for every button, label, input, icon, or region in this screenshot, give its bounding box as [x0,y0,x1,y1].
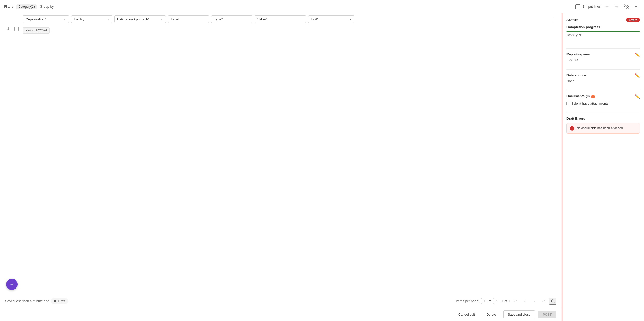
svg-line-2 [554,302,554,303]
items-per-page-select[interactable]: 10 ▼ [481,298,494,304]
no-attachments-checkbox[interactable] [566,102,570,105]
first-page-button[interactable]: ⇄ [512,298,519,305]
data-source-section: Data source ✏️ None [566,73,640,83]
progress-bar-bg [566,31,640,32]
draft-errors-title: Draft Errors [566,117,640,120]
pagination-info: 1 – 1 of 1 [496,299,510,303]
completion-section: Completion progress 100 % (1/1) [566,25,640,41]
documents-edit-button[interactable]: ✏️ [635,94,640,99]
value-col-header[interactable]: Value* [255,15,306,23]
documents-section: Documents (0) ! ✏️ I don't have attachme… [566,94,640,105]
estimation-col-label: Estimation Approach* [117,17,149,21]
progress-text: 100 % (1/1) [566,34,640,37]
search-button[interactable] [549,298,556,305]
org-chevron-icon: ▼ [64,18,66,21]
per-page-value: 10 [484,299,487,303]
next-page-button[interactable]: › [531,298,538,305]
no-attachments-label: I don't have attachments [572,102,608,105]
svg-point-1 [551,300,554,302]
group-by-button[interactable]: Group by [40,5,54,9]
draft-label: Draft [58,299,65,303]
facility-col-label: Facility [74,17,84,21]
unit-chevron-icon: ▼ [349,18,352,21]
estimation-col-header[interactable]: Estimation Approach* ▼ [114,15,166,23]
documents-warning-icon: ! [591,95,595,98]
reporting-year-value: FY2024 [566,58,640,62]
label-col-label: Label [171,17,179,21]
input-lines-count: 1 Input lines [583,5,601,9]
draft-badge[interactable]: Draft [51,298,68,304]
reporting-year-section: Reporting year ✏️ FY2024 [566,52,640,62]
data-source-title: Data source [566,73,586,77]
visibility-off-button[interactable] [623,3,630,10]
period-tag: Period: FY2024 [23,27,50,34]
delete-button[interactable]: Delete [482,311,500,318]
panel-status-title: Status [566,18,578,22]
facility-chevron-icon: ▼ [107,18,109,21]
category-chip[interactable]: Category(1) [16,4,37,9]
reporting-year-title: Reporting year [566,52,590,56]
type-col-header[interactable]: Type* [211,15,252,23]
documents-title: Documents (0) [566,94,590,98]
reporting-year-edit-button[interactable]: ✏️ [635,52,640,57]
row-checkbox[interactable] [14,27,21,32]
footer: Saved less than a minute ago Draft Items… [0,294,562,308]
panel-header: Status Errors [566,18,640,22]
type-col-label: Type* [214,17,223,21]
value-col-label: Value* [257,17,267,21]
last-page-button[interactable]: ⇄ [540,298,547,305]
row-number: 1 [4,27,12,30]
actions-col-header: ⋮ [548,17,557,22]
error-card: ! No documents has been attached [566,123,640,134]
table-row: 1 Period: FY2024 [0,25,562,34]
divider-3 [566,90,640,90]
unit-col-header[interactable]: Unit* ▼ [308,15,354,23]
right-panel: Status Errors Completion progress 100 % … [562,13,644,321]
error-text: No documents has been attached [577,126,623,130]
cancel-edit-button[interactable]: Cancel edit [454,311,479,318]
save-and-close-button[interactable]: Save and close [503,310,535,318]
items-per-page-label: Items per page: [456,299,479,303]
data-source-edit-button[interactable]: ✏️ [635,73,640,78]
select-all-checkbox[interactable] [575,4,580,9]
draft-errors-section: Draft Errors ! No documents has been att… [566,117,640,134]
draft-dot-icon [54,300,56,302]
completion-title: Completion progress [566,25,600,29]
organization-col-label: Organization* [26,17,46,21]
data-source-value: None [566,79,640,83]
error-icon: ! [570,126,574,131]
per-page-chevron-icon: ▼ [488,299,492,303]
column-options-button[interactable]: ⋮ [548,17,557,22]
action-bar: Cancel edit Delete Save and close POST [0,308,562,321]
redo-button[interactable]: ↪ [613,3,620,10]
minus-button[interactable]: − [633,3,640,10]
facility-col-header[interactable]: Facility ▼ [71,15,112,23]
label-col-header[interactable]: Label [168,15,209,23]
divider-2 [566,69,640,70]
add-button[interactable]: + [6,279,18,290]
errors-badge[interactable]: Errors [626,18,640,22]
organization-col-header[interactable]: Organization* ▼ [23,15,69,23]
filters-button[interactable]: Filters [4,5,13,9]
divider-1 [566,48,640,49]
undo-button[interactable]: ↩ [603,3,611,10]
post-button: POST [538,311,556,318]
saved-status: Saved less than a minute ago [5,299,49,303]
column-header-row: Organization* ▼ Facility ▼ Estimation Ap… [0,13,562,25]
divider-4 [566,113,640,113]
estimation-chevron-icon: ▼ [160,18,163,21]
unit-col-label: Unit* [311,17,318,21]
prev-page-button[interactable]: ‹ [521,298,529,305]
progress-bar-fill [566,31,640,32]
